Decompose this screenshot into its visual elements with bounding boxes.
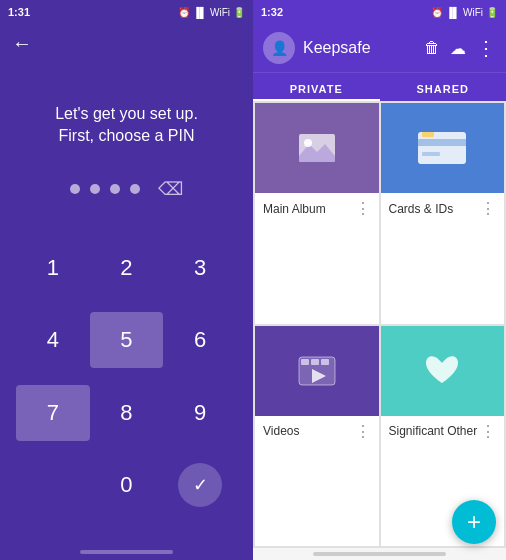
album-card-main[interactable]: Main Album ⋮ [255, 103, 379, 324]
svg-rect-9 [311, 359, 319, 365]
tab-private[interactable]: PRIVATE [253, 73, 380, 101]
album-menu-cards[interactable]: ⋮ [480, 199, 496, 218]
keypad: 1 2 3 4 5 6 7 8 9 0 ✓ [0, 240, 253, 550]
fab-add-button[interactable]: + [452, 500, 496, 544]
time-left: 1:31 [8, 6, 30, 18]
cloud-icon[interactable]: ☁ [450, 39, 466, 58]
album-label-videos: Videos [263, 424, 299, 438]
signal-icon: ▐▌ [193, 7, 207, 18]
key-7[interactable]: 7 [16, 385, 90, 441]
pin-dots-row: ⌫ [0, 178, 253, 200]
image-icon [295, 126, 339, 170]
album-thumb-cards [381, 103, 505, 193]
wifi-icon: WiFi [210, 7, 230, 18]
key-check[interactable]: ✓ [163, 457, 237, 513]
svg-rect-10 [321, 359, 329, 365]
album-thumb-main [255, 103, 379, 193]
svg-rect-6 [422, 132, 434, 137]
albums-grid: Main Album ⋮ Cards & IDs ⋮ [253, 101, 506, 548]
alarm-icon-right: ⏰ [431, 7, 443, 18]
pin-dot-1 [70, 184, 80, 194]
time-right: 1:32 [261, 6, 283, 18]
toolbar-icons: 🗑 ☁ ⋮ [424, 36, 496, 60]
key-empty [16, 457, 90, 513]
svg-rect-5 [422, 152, 440, 156]
tab-shared[interactable]: SHARED [380, 73, 507, 101]
album-card-cards[interactable]: Cards & IDs ⋮ [381, 103, 505, 324]
bottom-bar-left [80, 550, 173, 554]
key-5[interactable]: 5 [90, 312, 164, 368]
album-label-row-significant: Significant Other ⋮ [381, 416, 505, 447]
album-label-significant: Significant Other [389, 424, 478, 438]
avatar-icon: 👤 [271, 40, 288, 56]
video-icon [295, 349, 339, 393]
key-9[interactable]: 9 [163, 385, 237, 441]
more-icon[interactable]: ⋮ [476, 36, 496, 60]
pin-dot-2 [90, 184, 100, 194]
album-label-row-videos: Videos ⋮ [255, 416, 379, 447]
card-icon [416, 130, 468, 166]
svg-point-2 [304, 139, 312, 147]
pin-dot-4 [130, 184, 140, 194]
key-8[interactable]: 8 [90, 385, 164, 441]
key-2[interactable]: 2 [90, 240, 164, 296]
app-toolbar: 👤 Keepsafe 🗑 ☁ ⋮ [253, 24, 506, 72]
pin-delete-icon[interactable]: ⌫ [158, 178, 183, 200]
album-menu-significant[interactable]: ⋮ [480, 422, 496, 441]
album-card-videos[interactable]: Videos ⋮ [255, 326, 379, 547]
battery-icon: 🔋 [233, 7, 245, 18]
svg-rect-4 [418, 139, 466, 146]
app-title-row: 👤 Keepsafe [263, 32, 371, 64]
album-thumb-significant [381, 326, 505, 416]
key-4[interactable]: 4 [16, 312, 90, 368]
fab-icon: + [467, 508, 481, 536]
album-label-cards: Cards & IDs [389, 202, 454, 216]
key-6[interactable]: 6 [163, 312, 237, 368]
back-icon: ← [12, 32, 32, 54]
status-icons-left: ⏰ ▐▌ WiFi 🔋 [178, 7, 245, 18]
svg-rect-8 [301, 359, 309, 365]
status-bar-left: 1:31 ⏰ ▐▌ WiFi 🔋 [0, 0, 253, 24]
heart-icon [420, 349, 464, 393]
album-label-row-cards: Cards & IDs ⋮ [381, 193, 505, 224]
battery-icon-right: 🔋 [486, 7, 498, 18]
tabs-row: PRIVATE SHARED [253, 72, 506, 101]
album-menu-main[interactable]: ⋮ [355, 199, 371, 218]
status-bar-right: 1:32 ⏰ ▐▌ WiFi 🔋 [253, 0, 506, 24]
keepsafe-panel: 1:32 ⏰ ▐▌ WiFi 🔋 👤 Keepsafe 🗑 ☁ ⋮ PRIVAT… [253, 0, 506, 560]
album-menu-videos[interactable]: ⋮ [355, 422, 371, 441]
pin-dot-3 [110, 184, 120, 194]
status-icons-right: ⏰ ▐▌ WiFi 🔋 [431, 7, 498, 18]
album-thumb-videos [255, 326, 379, 416]
app-title: Keepsafe [303, 39, 371, 57]
app-avatar: 👤 [263, 32, 295, 64]
wifi-icon-right: WiFi [463, 7, 483, 18]
key-0[interactable]: 0 [90, 457, 164, 513]
delete-icon[interactable]: 🗑 [424, 39, 440, 57]
pin-title: Let's get you set up. First, choose a PI… [0, 103, 253, 148]
album-label-row-main: Main Album ⋮ [255, 193, 379, 224]
album-label-main: Main Album [263, 202, 326, 216]
alarm-icon: ⏰ [178, 7, 190, 18]
key-3[interactable]: 3 [163, 240, 237, 296]
check-icon: ✓ [193, 474, 208, 496]
pin-setup-panel: 1:31 ⏰ ▐▌ WiFi 🔋 ← Let's get you set up.… [0, 0, 253, 560]
bottom-bar-right [313, 552, 446, 556]
back-button[interactable]: ← [0, 24, 253, 63]
signal-icon-right: ▐▌ [446, 7, 460, 18]
key-1[interactable]: 1 [16, 240, 90, 296]
